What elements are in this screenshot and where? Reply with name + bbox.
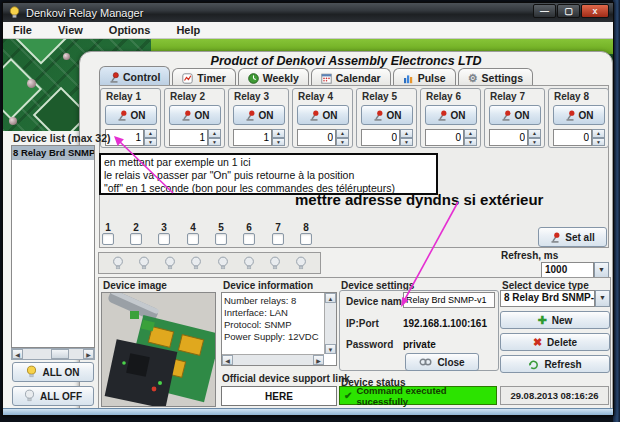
relay-checkbox-5[interactable] [215,233,227,245]
spinner-up[interactable]: ▲ [400,129,413,138]
relay-7-on-button[interactable]: ON [489,105,541,125]
switch-pin-icon [117,110,127,121]
spinner-up[interactable]: ▲ [272,129,285,138]
menu-bar: File View Options Help [3,22,613,39]
relay-2-on-button[interactable]: ON [169,105,221,125]
relay-state-indicator-row [98,252,321,274]
spinner-up[interactable]: ▲ [336,129,349,138]
relay-checkbox-3[interactable] [158,233,170,245]
relay-5-seconds-input[interactable] [361,129,400,146]
window-title: Denkovi Relay Manager [26,7,143,19]
relay-1-seconds-input[interactable] [105,129,144,146]
relay-7-label: Relay 7 [490,91,525,102]
spinner-down[interactable]: ▼ [400,138,413,147]
relay-checkbox-8[interactable] [300,233,312,245]
relay-8-on-button[interactable]: ON [553,105,605,125]
relay-7-seconds-input[interactable] [489,129,528,146]
scroll-up-icon[interactable]: ▲ [325,293,336,303]
chevron-down-icon[interactable]: ▼ [595,290,610,307]
spinner-up[interactable]: ▲ [528,129,541,138]
refresh-ms-combo[interactable]: 1000 ▼ [541,262,609,278]
scrollbar-thumb[interactable] [51,349,69,359]
delete-device-button[interactable]: ✖ Delete [500,333,610,351]
app-bulb-icon [9,6,20,19]
relay-checkbox-2[interactable] [130,233,142,245]
tab-control[interactable]: Control [99,66,170,87]
device-list-scrollbar[interactable]: ◀ ▶ [11,348,95,360]
on-label: ON [131,110,146,121]
menu-options[interactable]: Options [109,24,151,36]
spinner-down[interactable]: ▼ [528,138,541,147]
relay-8-seconds-input[interactable] [553,129,592,146]
relay-4-label: Relay 4 [298,91,333,102]
on-label: ON [515,110,530,121]
spinner-up[interactable]: ▲ [208,129,221,138]
scroll-left-icon[interactable]: ◀ [12,349,23,359]
relay-checkbox-4[interactable] [187,233,199,245]
all-on-button[interactable]: ALL ON [12,362,94,382]
spinner-down[interactable]: ▼ [592,138,605,147]
spinner-up[interactable]: ▲ [592,129,605,138]
relay-3-seconds-input[interactable] [233,129,272,146]
relay-4-on-button[interactable]: ON [297,105,349,125]
gear-icon: ⚙ [468,73,478,84]
relay-6-on-button[interactable]: ON [425,105,477,125]
chevron-down-icon[interactable]: ▼ [594,262,609,278]
tab-control-label: Control [123,71,160,83]
info-vertical-scrollbar[interactable]: ▲ ▼ [324,293,336,354]
relay-board-photo [102,293,216,407]
device-list[interactable]: 8 Relay Brd SNMP-v1 [11,145,95,348]
relay-5-on-button[interactable]: ON [361,105,413,125]
relay-3-label: Relay 3 [234,91,269,102]
on-label: ON [451,110,466,121]
scroll-left-icon[interactable]: ◀ [222,355,233,365]
spinner-down[interactable]: ▼ [208,138,221,147]
set-all-button[interactable]: Set all [538,227,607,247]
spinner-down[interactable]: ▼ [336,138,349,147]
relay-3-on-button[interactable]: ON [233,105,285,125]
relay-1-on-button[interactable]: ON [105,105,157,125]
switch-pin-icon [550,232,560,243]
check-icon: ✔ [344,390,352,401]
relay-2-seconds-input[interactable] [169,129,208,146]
spinner-down[interactable]: ▼ [464,138,477,147]
close-connection-button[interactable]: Close [405,353,479,371]
device-list-item-selected[interactable]: 8 Relay Brd SNMP-v1 [12,146,94,160]
channel-number-4: 4 [186,222,200,233]
relay-checkbox-6[interactable] [243,233,255,245]
device-type-combo[interactable]: 8 Relay Brd SNMP-v1 ▼ [500,290,610,307]
spinner-up[interactable]: ▲ [144,129,157,138]
relay-checkbox-7[interactable] [272,233,284,245]
close-connection-label: Close [437,357,464,368]
menu-file[interactable]: File [13,24,32,36]
relay-4-seconds-input[interactable] [297,129,336,146]
tab-pulse-label: Pulse [418,72,446,84]
switch-pin-icon [373,110,383,121]
menu-view[interactable]: View [58,24,83,36]
title-bar[interactable]: Denkovi Relay Manager — ▢ x [3,3,613,22]
refresh-label: Refresh [544,359,581,370]
status-message: Command executed sucessfully [356,385,496,407]
spinner-down[interactable]: ▼ [272,138,285,147]
relay-6-box: Relay 6 ON ▲▼ [420,88,481,148]
info-horizontal-scrollbar[interactable]: ◀ ▶ [222,354,324,365]
here-link-button[interactable]: HERE [221,386,337,406]
device-name-input[interactable] [403,292,495,308]
info-power-supply: Power Supply: 12VDC [224,331,323,343]
spinner-up[interactable]: ▲ [464,129,477,138]
scroll-right-icon[interactable]: ▶ [313,355,324,365]
refresh-device-button[interactable]: Refresh [500,355,610,373]
spinner-down[interactable]: ▼ [144,138,157,147]
relay-1-label: Relay 1 [106,91,141,102]
scroll-right-icon[interactable]: ▶ [83,349,94,359]
scroll-down-icon[interactable]: ▼ [325,344,336,354]
close-button[interactable]: x [581,4,609,18]
minimize-button[interactable]: — [533,4,556,18]
menu-help[interactable]: Help [176,24,200,36]
all-off-button[interactable]: ALL OFF [12,386,94,406]
maximize-button[interactable]: ▢ [557,4,580,18]
relay-checkbox-1[interactable] [102,233,114,245]
relay-6-seconds-input[interactable] [425,129,464,146]
channel-number-3: 3 [157,222,171,233]
new-device-button[interactable]: ✚ New [500,311,610,329]
